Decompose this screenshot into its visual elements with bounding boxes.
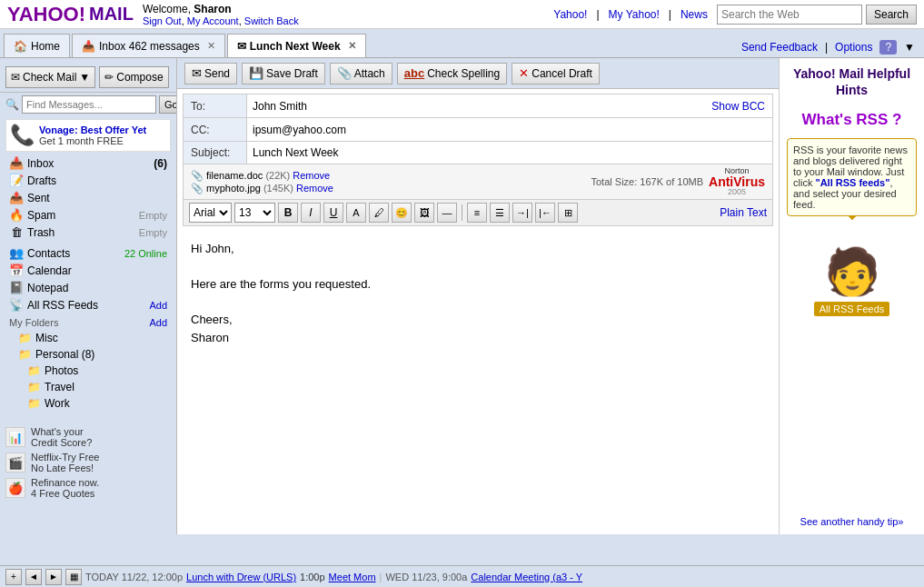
plain-text-link[interactable]: Plain Text	[720, 206, 767, 219]
cc-input[interactable]	[247, 118, 772, 141]
compose-toolbar: ✉ Send 💾 Save Draft 📎 Attach abc Check S…	[177, 58, 779, 89]
check-mail-icon: ✉	[11, 71, 20, 84]
find-input[interactable]	[22, 95, 156, 114]
yahoo-link[interactable]: Yahoo!	[553, 8, 587, 21]
event1-date: TODAY 11/22, 12:00p	[85, 572, 183, 582]
rss-feeds-label[interactable]: All RSS Feeds	[814, 302, 890, 316]
rss-mascot: 🧑 All RSS Feeds	[814, 245, 890, 316]
to-row: To: Show BCC	[183, 94, 773, 117]
sidebar-ads: 📊 What's your Credit Score? 🎬 Netflix-Tr…	[0, 421, 176, 504]
tab-compose[interactable]: ✉ Lunch Next Week ✕	[227, 34, 366, 57]
yahoo-logo: YAHOO!	[7, 3, 85, 26]
switch-back-link[interactable]: Switch Back	[244, 15, 299, 26]
italic-button[interactable]: I	[301, 203, 321, 223]
sidebar-item-rss[interactable]: 📡 All RSS Feeds Add	[0, 296, 176, 313]
rss-bubble: RSS is your favorite news and blogs deli…	[787, 138, 917, 216]
options-link[interactable]: Options	[835, 41, 872, 54]
list-button[interactable]: ☰	[490, 203, 510, 223]
ad-banner[interactable]: 📞 Vonage: Best Offer Yet Get 1 month FRE…	[5, 119, 171, 152]
compose-tab-close[interactable]: ✕	[348, 40, 356, 52]
my-yahoo-link[interactable]: My Yahoo!	[609, 8, 660, 21]
sidebar-item-drafts[interactable]: 📝 Drafts	[0, 172, 176, 189]
folder-photos[interactable]: 📁 Photos	[0, 363, 176, 379]
underline-button[interactable]: U	[323, 203, 343, 223]
inbox-tab-close[interactable]: ✕	[207, 40, 215, 52]
check-spelling-button[interactable]: abc Check Spelling	[397, 63, 507, 85]
sidebar-item-sent[interactable]: 📤 Sent	[0, 189, 176, 206]
event1-link[interactable]: Lunch with Drew (URLS)	[186, 572, 296, 582]
calendar-view-button[interactable]: ▦	[65, 569, 82, 585]
add-event-button[interactable]: +	[5, 569, 22, 585]
send-button[interactable]: ✉ Send	[184, 63, 237, 85]
top-links: Yahoo! | My Yahoo! | News	[553, 8, 708, 21]
sidebar-item-trash[interactable]: 🗑 Trash Empty	[0, 224, 176, 241]
show-bcc-button[interactable]: Show BCC	[711, 100, 772, 113]
attachment-1-remove[interactable]: Remove	[293, 170, 330, 181]
sidebar-item-contacts[interactable]: 👥 Contacts 22 Online	[0, 244, 176, 262]
sidebar-ad-credit[interactable]: 📊 What's your Credit Score?	[5, 426, 171, 448]
search-button[interactable]: Search	[866, 5, 917, 25]
sidebar-ad-netflix[interactable]: 🎬 Netflix-Try Free No Late Fees!	[5, 452, 171, 473]
font-family-select[interactable]: Arial	[189, 203, 232, 223]
sidebar-item-notepad[interactable]: 📓 Notepad	[0, 279, 176, 296]
event3-link[interactable]: Calendar Meeting (a3 - Y	[471, 572, 582, 582]
tab-home[interactable]: 🏠 Home	[4, 34, 70, 57]
align-left-button[interactable]: ≡	[467, 203, 487, 223]
send-feedback-link[interactable]: Send Feedback	[741, 41, 818, 54]
cancel-draft-button[interactable]: ✕ Cancel Draft	[512, 63, 600, 85]
folder-work[interactable]: 📁 Work	[0, 395, 176, 412]
to-input[interactable]	[247, 95, 711, 117]
check-mail-button[interactable]: ✉ Check Mail ▼	[5, 66, 95, 88]
image-button[interactable]: 🖼	[414, 203, 434, 223]
smiley-button[interactable]: 😊	[392, 203, 412, 223]
next-event-button[interactable]: ►	[45, 569, 62, 585]
sidebar-ad-refinance[interactable]: 🍎 Refinance now. 4 Free Quotes	[5, 477, 171, 499]
more-button[interactable]: ⊞	[558, 203, 578, 223]
search-input[interactable]	[717, 5, 862, 25]
font-size-select[interactable]: 13	[234, 203, 275, 223]
paperclip-icon-2: 📎	[191, 183, 204, 194]
spell-check-icon: abc	[404, 66, 424, 80]
compose-button[interactable]: ✏ Compose	[99, 66, 168, 88]
check-dropdown-icon: ▼	[79, 71, 90, 84]
attach-button[interactable]: 📎 Attach	[330, 63, 392, 85]
font-color-button[interactable]: A	[346, 203, 366, 223]
trash-icon: 🗑	[9, 225, 24, 239]
my-folders-add-link[interactable]: Add	[149, 317, 167, 328]
sidebar-item-inbox[interactable]: 📥 Inbox (6)	[0, 154, 176, 172]
folder-misc[interactable]: 📁 Misc	[0, 330, 176, 346]
outdent-button[interactable]: |←	[535, 203, 555, 223]
help-button[interactable]: ?	[879, 40, 897, 55]
attachment-1-size: (22K)	[265, 170, 290, 181]
email-body[interactable]: Hi John, Here are the forms you requeste…	[177, 231, 779, 534]
body-greeting: Hi John,	[191, 240, 765, 258]
sign-out-link[interactable]: Sign Out	[143, 15, 182, 26]
my-account-link[interactable]: My Account	[187, 15, 239, 26]
folder-personal[interactable]: 📁 Personal (8)	[0, 346, 176, 363]
save-draft-button[interactable]: 💾 Save Draft	[242, 63, 325, 85]
sidebar-item-calendar[interactable]: 📅 Calendar	[0, 262, 176, 279]
sidebar-item-spam[interactable]: 🔥 Spam Empty	[0, 206, 176, 224]
hr-button[interactable]: —	[437, 203, 457, 223]
news-link[interactable]: News	[681, 8, 708, 21]
search-area: Search	[717, 5, 917, 25]
see-another-tip-link[interactable]: See another handy tip»	[800, 507, 904, 527]
bold-button[interactable]: B	[278, 203, 298, 223]
event2-link[interactable]: Meet Mom	[329, 572, 376, 582]
find-go-button[interactable]: Go	[159, 95, 177, 114]
prev-event-button[interactable]: ◄	[25, 569, 42, 585]
norton-antivirus-badge: Norton AntiVirus 2005	[709, 167, 765, 196]
attachment-2-remove[interactable]: Remove	[296, 183, 333, 194]
compose-tab-icon: ✉	[237, 40, 246, 53]
antivirus-area: Total Size: 167K of 10MB Norton AntiViru…	[591, 167, 766, 196]
dropdown-icon[interactable]: ▼	[904, 41, 915, 54]
folder-travel[interactable]: 📁 Travel	[0, 379, 176, 395]
folder-icon: 📁	[18, 332, 32, 344]
tab-inbox[interactable]: 📥 Inbox 462 messages ✕	[72, 34, 225, 57]
subject-input[interactable]	[247, 142, 772, 164]
indent-button[interactable]: →|	[512, 203, 532, 223]
cancel-icon: ✕	[519, 66, 529, 80]
body-signature: Sharon	[191, 329, 765, 347]
highlight-button[interactable]: 🖊	[369, 203, 389, 223]
rss-add-link[interactable]: Add	[149, 300, 167, 311]
